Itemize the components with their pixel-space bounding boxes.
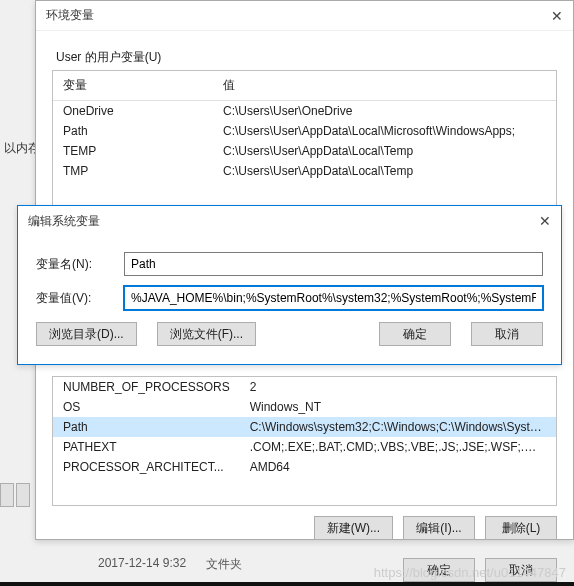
- table-row[interactable]: TEMPC:\Users\User\AppData\Local\Temp: [53, 141, 556, 161]
- cell-val: Windows_NT: [240, 397, 556, 417]
- cell-val: C:\Users\User\AppData\Local\Temp: [213, 141, 556, 161]
- cell-val: AMD64: [240, 457, 556, 477]
- table-row[interactable]: PATHEXT.COM;.EXE;.BAT;.CMD;.VBS;.VBE;.JS…: [53, 437, 556, 457]
- cell-val: C:\Windows\system32;C:\Windows;C:\Window…: [240, 417, 556, 437]
- new-button[interactable]: 新建(W)...: [314, 516, 393, 540]
- variable-value-label: 变量值(V):: [36, 290, 110, 307]
- variable-name-label: 变量名(N):: [36, 256, 110, 273]
- cell-var: Path: [53, 417, 240, 437]
- edit-button[interactable]: 编辑(I)...: [403, 516, 475, 540]
- cell-val: .COM;.EXE;.BAT;.CMD;.VBS;.VBE;.JS;.JSE;.…: [240, 437, 556, 457]
- cell-var: OneDrive: [53, 101, 213, 122]
- table-row[interactable]: OSWindows_NT: [53, 397, 556, 417]
- cell-val: C:\Users\User\AppData\Local\Microsoft\Wi…: [213, 121, 556, 141]
- watermark: https://blog.csdn.net/u011447847: [374, 565, 566, 580]
- dialog-title: 环境变量: [46, 7, 94, 24]
- cell-var: TMP: [53, 161, 213, 181]
- close-icon[interactable]: ✕: [521, 213, 551, 229]
- cell-var: OS: [53, 397, 240, 417]
- dialog-title: 编辑系统变量: [28, 213, 100, 230]
- titlebar: 编辑系统变量 ✕: [18, 206, 561, 236]
- system-vars-table[interactable]: NUMBER_OF_PROCESSORS2OSWindows_NTPathC:\…: [52, 376, 557, 506]
- cell-val: C:\Users\User\OneDrive: [213, 101, 556, 122]
- cell-val: 2: [240, 377, 556, 397]
- table-row[interactable]: PathC:\Windows\system32;C:\Windows;C:\Wi…: [53, 417, 556, 437]
- col-value[interactable]: 值: [213, 71, 556, 101]
- cell-val: C:\Users\User\AppData\Local\Temp: [213, 161, 556, 181]
- table-row[interactable]: TMPC:\Users\User\AppData\Local\Temp: [53, 161, 556, 181]
- system-vars-buttons: 新建(W)... 编辑(I)... 删除(L): [52, 516, 557, 540]
- browse-directory-button[interactable]: 浏览目录(D)...: [36, 322, 137, 346]
- cell-var: PATHEXT: [53, 437, 240, 457]
- titlebar: 环境变量 ✕: [36, 1, 573, 31]
- bg-btn: [0, 483, 14, 507]
- table-row[interactable]: PathC:\Users\User\AppData\Local\Microsof…: [53, 121, 556, 141]
- cell-var: TEMP: [53, 141, 213, 161]
- table-row[interactable]: OneDriveC:\Users\User\OneDrive: [53, 101, 556, 122]
- ok-button[interactable]: 确定: [379, 322, 451, 346]
- footer-date: 2017-12-14 9:32: [98, 556, 186, 573]
- cell-var: Path: [53, 121, 213, 141]
- variable-value-input[interactable]: [124, 286, 543, 310]
- bg-btn: [16, 483, 30, 507]
- footer-info: 2017-12-14 9:32 文件夹: [98, 556, 242, 573]
- cell-var: PROCESSOR_ARCHITECT...: [53, 457, 240, 477]
- user-vars-table[interactable]: 变量 值 OneDriveC:\Users\User\OneDrivePathC…: [52, 70, 557, 224]
- delete-button[interactable]: 删除(L): [485, 516, 557, 540]
- close-icon[interactable]: ✕: [533, 8, 563, 24]
- table-row[interactable]: NUMBER_OF_PROCESSORS2: [53, 377, 556, 397]
- col-variable[interactable]: 变量: [53, 71, 213, 101]
- background-buttons: [0, 483, 30, 507]
- user-vars-label: User 的用户变量(U): [56, 49, 557, 66]
- table-row[interactable]: PROCESSOR_ARCHITECT...AMD64: [53, 457, 556, 477]
- cell-var: NUMBER_OF_PROCESSORS: [53, 377, 240, 397]
- browse-file-button[interactable]: 浏览文件(F)...: [157, 322, 256, 346]
- footer-type: 文件夹: [206, 556, 242, 573]
- cancel-button[interactable]: 取消: [471, 322, 543, 346]
- edit-system-variable-dialog: 编辑系统变量 ✕ 变量名(N): 变量值(V): 浏览目录(D)... 浏览文件…: [17, 205, 562, 365]
- bottom-bar: [0, 582, 574, 586]
- variable-name-input[interactable]: [124, 252, 543, 276]
